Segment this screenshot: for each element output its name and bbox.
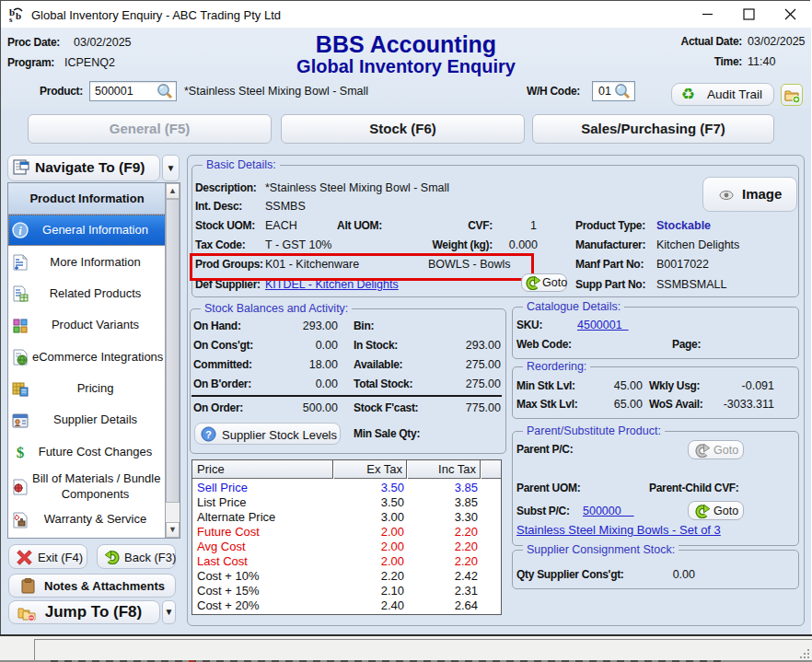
svg-text:s: s [9,15,13,23]
svg-text:b: b [16,10,21,21]
svg-text:?: ? [205,429,212,440]
svg-text:$: $ [17,444,25,460]
